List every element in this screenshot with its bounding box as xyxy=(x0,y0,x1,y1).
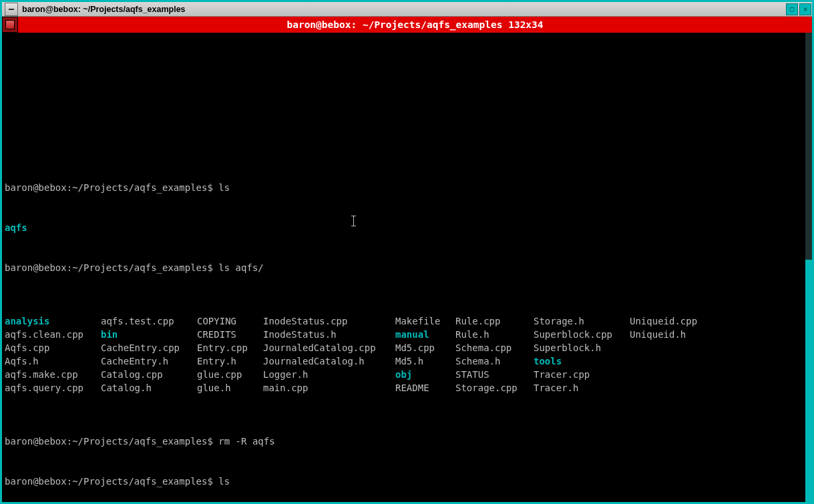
file-entry: aqfs.clean.cpp xyxy=(5,329,83,340)
file-column: Storage.hSuperblock.cppSuperblock.htools… xyxy=(534,314,630,395)
file-entry: aqfs.query.cpp xyxy=(5,383,83,393)
file-entry: aqfs.test.cpp xyxy=(101,316,174,326)
svg-rect-0 xyxy=(9,9,14,10)
file-entry: Storage.h xyxy=(534,316,584,326)
file-entry: Tracer.cpp xyxy=(534,369,590,380)
file-entry: Md5.h xyxy=(395,356,423,366)
file-entry: JournaledCatalog.h xyxy=(263,356,365,366)
file-entry: Uniqueid.h xyxy=(630,329,686,340)
prompt: baron@bebox:~/Projects/aqfs_examples$ xyxy=(5,262,213,273)
file-entry: README xyxy=(395,383,429,393)
command: ls xyxy=(218,182,230,193)
file-entry: Storage.cpp xyxy=(455,383,518,393)
prompt: baron@bebox:~/Projects/aqfs_examples$ xyxy=(5,476,213,487)
text-cursor-icon xyxy=(353,216,354,226)
file-entry: Rule.h xyxy=(455,329,489,340)
file-entry: Entry.h xyxy=(197,356,236,366)
file-entry-dir: tools xyxy=(534,356,562,366)
file-entry: Catalog.cpp xyxy=(101,369,163,380)
file-entry: Aqfs.h xyxy=(5,356,39,366)
file-entry: Md5.cpp xyxy=(395,342,435,353)
file-entry: Rule.cpp xyxy=(455,316,500,326)
window-controls: ▢ ✕ xyxy=(785,3,812,15)
file-column: analysisaqfs.clean.cppAqfs.cppAqfs.haqfs… xyxy=(5,314,101,395)
scrollbar-thumb[interactable] xyxy=(805,260,812,502)
file-entry: COPYING xyxy=(197,316,236,326)
file-entry: Superblock.h xyxy=(534,342,601,353)
prompt: baron@bebox:~/Projects/aqfs_examples$ xyxy=(5,436,213,447)
file-entry: JournaledCatalog.cpp xyxy=(263,342,376,353)
terminal-output[interactable]: baron@bebox:~/Projects/aqfs_examples$ ls… xyxy=(2,33,812,502)
file-entry: Aqfs.cpp xyxy=(5,342,49,353)
file-entry: Tracer.h xyxy=(534,383,578,393)
window-menu-icon[interactable] xyxy=(5,3,18,16)
command: ls aqfs/ xyxy=(218,262,263,273)
file-entry: glue.cpp xyxy=(197,369,242,380)
file-entry: aqfs.make.cpp xyxy=(5,369,78,380)
file-entry: Logger.h xyxy=(263,369,308,380)
file-column: Uniqueid.cppUniqueid.h xyxy=(630,314,737,395)
tab-menu-icon[interactable] xyxy=(2,17,18,33)
file-column: COPYINGCREDITSEntry.cppEntry.hglue.cppgl… xyxy=(197,314,263,395)
file-column: Rule.cppRule.hSchema.cppSchema.hSTATUSSt… xyxy=(455,314,534,395)
ls-listing-1: analysisaqfs.clean.cppAqfs.cppAqfs.haqfs… xyxy=(5,314,809,395)
window-title-bar[interactable]: baron@bebox: ~/Projects/aqfs_examples ▢ … xyxy=(2,2,812,17)
file-entry: Uniqueid.cpp xyxy=(630,316,697,326)
prompt: baron@bebox:~/Projects/aqfs_examples$ xyxy=(5,182,213,193)
tab-active[interactable]: baron@bebox: ~/Projects/aqfs_examples 13… xyxy=(18,17,812,33)
maximize-button[interactable]: ▢ xyxy=(786,3,798,15)
file-entry: CREDITS xyxy=(197,329,236,340)
file-entry-dir: analysis xyxy=(5,316,49,326)
file-column: aqfs.test.cppbinCacheEntry.cppCacheEntry… xyxy=(101,314,197,395)
file-entry-dir: manual xyxy=(395,329,429,340)
file-entry: Superblock.cpp xyxy=(534,329,612,340)
terminal-window: baron@bebox: ~/Projects/aqfs_examples ▢ … xyxy=(0,0,814,504)
file-entry: Makefile xyxy=(395,316,440,326)
file-column: InodeStatus.cppInodeStatus.hJournaledCat… xyxy=(263,314,395,395)
file-entry: Schema.h xyxy=(455,356,500,366)
file-entry: CacheEntry.h xyxy=(101,356,168,366)
file-entry: InodeStatus.h xyxy=(263,329,337,340)
file-entry-dir: obj xyxy=(395,369,412,380)
file-entry: Schema.cpp xyxy=(455,342,512,353)
file-entry-dir: bin xyxy=(101,329,118,340)
file-entry: InodeStatus.cpp xyxy=(263,316,347,326)
ls-output-dir: aqfs xyxy=(5,222,27,233)
file-entry: glue.h xyxy=(197,383,231,393)
close-button[interactable]: ✕ xyxy=(799,3,811,15)
file-entry: CacheEntry.cpp xyxy=(101,342,180,353)
file-entry: main.cpp xyxy=(263,383,308,393)
file-entry: STATUS xyxy=(455,369,489,380)
file-column: MakefilemanualMd5.cppMd5.hobjREADME xyxy=(395,314,455,395)
tab-strip: baron@bebox: ~/Projects/aqfs_examples 13… xyxy=(2,17,812,33)
file-entry: Catalog.h xyxy=(101,383,152,393)
file-entry: Entry.cpp xyxy=(197,342,248,353)
command: ls xyxy=(218,476,230,487)
command: rm -R aqfs xyxy=(218,436,274,447)
window-title: baron@bebox: ~/Projects/aqfs_examples xyxy=(21,5,785,14)
